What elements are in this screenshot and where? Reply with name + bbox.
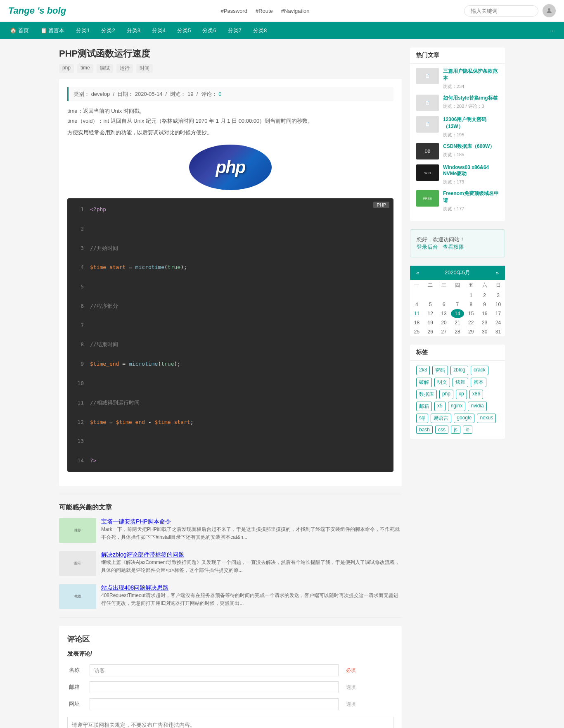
related-link-1[interactable]: 宝塔一键安装PHP脚本命令 — [101, 518, 171, 525]
tag-link-mingwen[interactable]: 明文 — [434, 378, 450, 387]
tags-cloud: 2k3 密码 zblog crack 破解 明文 炫舞 脚本 数据库 php x… — [410, 361, 505, 439]
nav-guestbook[interactable]: 📋 留言本 — [35, 22, 71, 39]
tag-link-css[interactable]: css — [435, 426, 448, 434]
nav-cat4[interactable]: 分类4 — [146, 22, 171, 39]
tag-link-x86[interactable]: x86 — [469, 390, 483, 399]
cal-day[interactable]: 26 — [424, 327, 437, 336]
email-input[interactable] — [90, 681, 339, 693]
cal-day[interactable]: 3 — [491, 291, 505, 300]
calendar-prev[interactable]: « — [416, 270, 419, 276]
cal-day[interactable]: 19 — [424, 318, 437, 327]
cal-day[interactable]: 10 — [491, 300, 505, 309]
tag-run[interactable]: 运行 — [116, 64, 133, 73]
cal-day[interactable]: 21 — [451, 318, 464, 327]
hot-link-6[interactable]: Freenom免费顶级域名申请 — [443, 190, 499, 204]
tag-link-pojie[interactable]: 破解 — [416, 378, 432, 387]
cal-day[interactable]: 16 — [478, 309, 491, 318]
nav-cat7[interactable]: 分类7 — [222, 22, 247, 39]
tag-timing[interactable]: 时间 — [136, 64, 153, 73]
tag-link-script[interactable]: 脚本 — [471, 378, 486, 387]
tag-debug[interactable]: 调试 — [97, 64, 113, 73]
nav-password[interactable]: #Password — [221, 8, 247, 14]
tag-link-nexus[interactable]: nexus — [477, 414, 496, 423]
cal-day[interactable]: 22 — [464, 318, 478, 327]
tag-link-sql[interactable]: sql — [416, 414, 428, 423]
tag-link-x5[interactable]: x5 — [434, 402, 446, 411]
cal-day[interactable]: 15 — [464, 309, 478, 318]
cal-day[interactable]: 29 — [464, 327, 478, 336]
cal-day[interactable]: 4 — [410, 300, 424, 309]
cal-day[interactable]: 25 — [410, 327, 424, 336]
nav-cat8[interactable]: 分类8 — [247, 22, 273, 39]
tag-link-easylang[interactable]: 易语言 — [431, 414, 451, 423]
name-input[interactable] — [90, 664, 339, 676]
cal-day[interactable]: 12 — [424, 309, 437, 318]
cal-day[interactable]: 7 — [451, 300, 464, 309]
permissions-link[interactable]: 查看权限 — [443, 244, 464, 250]
cal-day[interactable]: 2 — [478, 291, 491, 300]
tag-link-crack[interactable]: crack — [471, 366, 488, 375]
nav-cat3[interactable]: 分类3 — [121, 22, 146, 39]
tag-link-js[interactable]: js — [451, 426, 460, 434]
search-input[interactable] — [464, 5, 538, 17]
calendar-next[interactable]: » — [496, 270, 499, 276]
cal-day[interactable]: 30 — [478, 327, 491, 336]
nav-cat5[interactable]: 分类5 — [171, 22, 197, 39]
tag-link-bash[interactable]: bash — [416, 426, 433, 434]
tag-link-database[interactable]: 数据库 — [416, 390, 437, 399]
tag-time[interactable]: time — [77, 64, 93, 73]
related-link-2[interactable]: 解决zblog评论部件带标签的问题 — [101, 551, 184, 558]
cal-day[interactable]: 23 — [478, 318, 491, 327]
nav-route[interactable]: #Route — [256, 8, 273, 14]
hot-link-1[interactable]: 三篇用户隐私保护条款范本 — [443, 68, 499, 82]
tag-link-xuanwu[interactable]: 炫舞 — [453, 378, 468, 387]
cal-day[interactable]: 20 — [437, 318, 451, 327]
related-link-3[interactable]: 站点出现408问题解决思路 — [101, 584, 168, 591]
cal-day[interactable]: 28 — [451, 327, 464, 336]
cal-link-11[interactable]: 11 — [414, 311, 419, 316]
avatar[interactable] — [543, 4, 556, 17]
tag-link-xp[interactable]: xp — [456, 390, 467, 399]
login-link[interactable]: 登录后台 — [417, 244, 438, 250]
cal-day[interactable]: 11 — [410, 309, 424, 318]
cal-day[interactable]: 27 — [437, 327, 451, 336]
comment-textarea[interactable] — [67, 717, 393, 728]
nav-home[interactable]: 🏠 首页 — [4, 22, 35, 39]
cal-day[interactable]: 17 — [491, 309, 505, 318]
tag-link-google[interactable]: google — [454, 414, 474, 423]
cal-day[interactable]: 5 — [424, 300, 437, 309]
navbar-more[interactable]: ··· — [545, 22, 560, 39]
nav-cat2[interactable]: 分类2 — [95, 22, 121, 39]
weekday-sun: 日 — [491, 280, 505, 291]
article-tags: php time 调试 运行 时间 — [59, 64, 402, 73]
hot-link-2[interactable]: 如何用style替换img标签 — [443, 95, 498, 102]
tag-link-2k3[interactable]: 2k3 — [416, 366, 430, 375]
cal-day[interactable]: 8 — [464, 300, 478, 309]
cal-today[interactable]: 14 — [451, 309, 464, 318]
url-input[interactable] — [90, 698, 339, 710]
cal-day[interactable]: 31 — [491, 327, 505, 336]
cal-day[interactable]: 9 — [478, 300, 491, 309]
cal-day[interactable]: 24 — [491, 318, 505, 327]
site-logo[interactable]: Tange 's bolg — [8, 5, 66, 16]
hot-link-5[interactable]: Windows03 x86&64 NVMe驱动 — [443, 164, 499, 177]
cal-day[interactable]: 6 — [437, 300, 451, 309]
nav-navigation[interactable]: #Navigation — [281, 8, 310, 14]
hot-thumb-2: 📄 — [416, 95, 439, 111]
nav-cat6[interactable]: 分类6 — [197, 22, 222, 39]
cal-day[interactable]: 18 — [410, 318, 424, 327]
hot-link-3[interactable]: 12306用户明文密码（13W） — [443, 116, 499, 130]
cal-day[interactable]: 13 — [437, 309, 451, 318]
hot-link-4[interactable]: CSDN数据库（600W） — [443, 143, 495, 150]
tag-link-zblog[interactable]: zblog — [450, 366, 468, 375]
meta-comments-value[interactable]: 0 — [218, 91, 221, 97]
tag-link-php[interactable]: php — [439, 390, 453, 399]
tag-link-ie[interactable]: ie — [463, 426, 472, 434]
tag-link-email[interactable]: 邮箱 — [416, 402, 432, 411]
tag-link-nvidia[interactable]: nvidia — [468, 402, 486, 411]
tag-link-nginx[interactable]: nginx — [448, 402, 466, 411]
nav-cat1[interactable]: 分类1 — [70, 22, 95, 39]
cal-day[interactable]: 1 — [464, 291, 478, 300]
tag-link-password[interactable]: 密码 — [432, 366, 448, 375]
tag-php[interactable]: php — [59, 64, 74, 73]
